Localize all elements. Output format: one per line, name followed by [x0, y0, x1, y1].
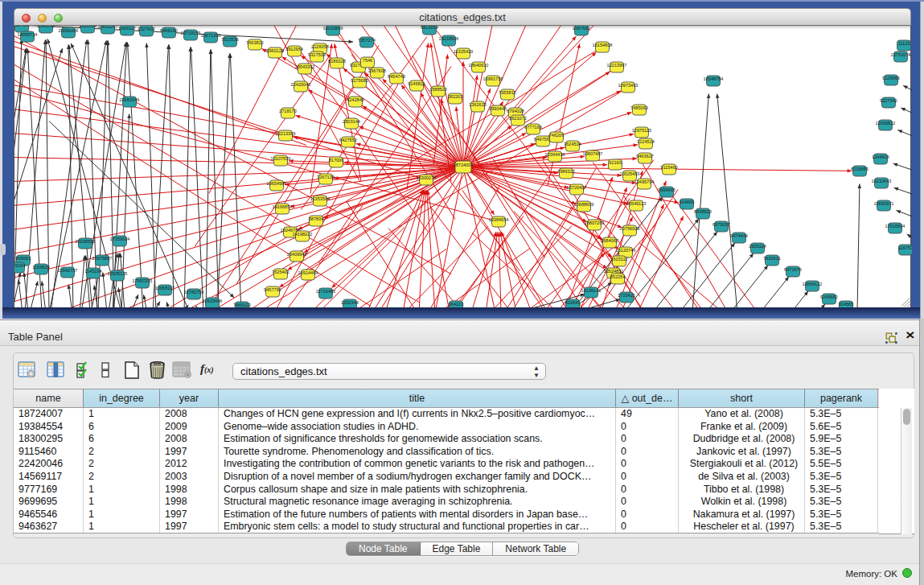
svg-text:9115460: 9115460 — [660, 165, 677, 170]
svg-text:8938923: 8938923 — [694, 209, 712, 214]
svg-text:8215955: 8215955 — [851, 167, 869, 171]
svg-text:17359924: 17359924 — [110, 237, 130, 241]
svg-text:9227342: 9227342 — [880, 98, 897, 103]
svg-text:15692971: 15692971 — [874, 201, 894, 206]
svg-text:6466160: 6466160 — [160, 28, 178, 33]
svg-text:10688609: 10688609 — [574, 202, 594, 207]
svg-text:18807269: 18807269 — [585, 220, 605, 225]
svg-text:18724007: 18724007 — [454, 163, 474, 167]
svg-text:11123: 11123 — [898, 41, 910, 46]
svg-text:12093822: 12093822 — [876, 121, 896, 126]
svg-text:1327602: 1327602 — [138, 27, 155, 31]
svg-text:22420046: 22420046 — [291, 82, 311, 87]
svg-text:746206: 746206 — [549, 133, 565, 138]
svg-text:939154: 939154 — [14, 263, 25, 268]
svg-text:15751074: 15751074 — [891, 52, 911, 57]
svg-text:9245652: 9245652 — [820, 295, 838, 299]
svg-text:19384554: 19384554 — [489, 217, 509, 222]
svg-text:12923446: 12923446 — [203, 299, 223, 303]
svg-text:23975887: 23975887 — [92, 256, 113, 261]
svg-text:116753: 116753 — [898, 245, 912, 250]
svg-text:3267130: 3267130 — [317, 175, 335, 179]
svg-text:2054187: 2054187 — [14, 26, 31, 27]
svg-text:62160: 62160 — [609, 160, 622, 165]
svg-text:8960128: 8960128 — [266, 48, 284, 53]
svg-text:16549123: 16549123 — [626, 201, 647, 206]
svg-text:7986322: 7986322 — [557, 169, 575, 174]
svg-text:8471676: 8471676 — [784, 267, 802, 272]
svg-text:3624534: 3624534 — [564, 142, 581, 146]
svg-text:10025483: 10025483 — [620, 171, 640, 176]
svg-text:1733426: 1733426 — [618, 293, 635, 298]
svg-text:924565: 924565 — [839, 302, 854, 307]
svg-text:16154808: 16154808 — [593, 43, 613, 47]
svg-text:2226058: 2226058 — [311, 44, 329, 49]
svg-text:20091406: 20091406 — [59, 28, 79, 33]
svg-text:2718170: 2718170 — [279, 109, 297, 113]
svg-text:8186328: 8186328 — [328, 59, 346, 64]
svg-text:6679197: 6679197 — [713, 222, 730, 227]
svg-text:9175685: 9175685 — [351, 78, 368, 83]
svg-text:20206556: 20206556 — [76, 239, 96, 244]
svg-text:9990448: 9990448 — [489, 106, 507, 111]
svg-text:10671355: 10671355 — [201, 33, 221, 38]
svg-text:20053346: 20053346 — [120, 97, 140, 102]
svg-text:164095: 164095 — [680, 200, 695, 204]
svg-text:15409948: 15409948 — [287, 252, 307, 257]
svg-text:9463627: 9463627 — [636, 154, 654, 159]
svg-text:7955812: 7955812 — [499, 90, 516, 95]
svg-text:7625402: 7625402 — [272, 270, 290, 274]
svg-text:16033809: 16033809 — [323, 26, 343, 31]
svg-text:10807487: 10807487 — [583, 151, 603, 156]
svg-text:20756928: 20756928 — [620, 226, 640, 231]
svg-text:8427552: 8427552 — [339, 138, 357, 142]
svg-text:7357274: 7357274 — [358, 38, 376, 43]
svg-text:10543362: 10543362 — [295, 64, 315, 69]
svg-text:1244415: 1244415 — [872, 154, 889, 159]
svg-text:19654987: 19654987 — [267, 181, 287, 186]
svg-text:10719155: 10719155 — [181, 31, 201, 35]
svg-text:19166857: 19166857 — [273, 204, 293, 209]
svg-text:1588520: 1588520 — [429, 87, 447, 92]
svg-text:7546: 7546 — [363, 58, 372, 63]
svg-text:3912954: 3912954 — [285, 47, 303, 51]
svg-text:6794028: 6794028 — [507, 109, 524, 113]
svg-text:9546299: 9546299 — [37, 26, 55, 28]
svg-text:382203: 382203 — [448, 94, 463, 99]
svg-text:13524851: 13524851 — [604, 269, 624, 274]
svg-text:835061: 835061 — [16, 256, 31, 261]
svg-text:13495794: 13495794 — [634, 179, 655, 184]
svg-text:12213369: 12213369 — [276, 131, 296, 136]
svg-text:2803144: 2803144 — [343, 119, 360, 124]
svg-text:1835564: 1835564 — [79, 26, 97, 28]
svg-text:8454749: 8454749 — [388, 74, 405, 79]
svg-text:1615112: 1615112 — [610, 257, 627, 262]
svg-text:16120746: 16120746 — [616, 248, 636, 253]
svg-text:7845123: 7845123 — [233, 303, 251, 307]
svg-text:3124514: 3124514 — [637, 139, 655, 144]
svg-text:12213967: 12213967 — [607, 63, 627, 68]
svg-text:587834: 587834 — [309, 216, 324, 221]
svg-text:9327503: 9327503 — [308, 52, 326, 57]
svg-text:18640910: 18640910 — [469, 63, 489, 68]
svg-text:19218506: 19218506 — [439, 36, 459, 41]
svg-text:25300275: 25300275 — [417, 175, 437, 180]
svg-text:9699695: 9699695 — [658, 187, 676, 192]
svg-text:12975115: 12975115 — [632, 128, 651, 133]
svg-text:964223: 964223 — [449, 302, 464, 307]
svg-text:7485063: 7485063 — [630, 105, 648, 110]
svg-text:14136141: 14136141 — [581, 288, 602, 293]
svg-text:9777169: 9777169 — [524, 125, 542, 130]
svg-text:1156829: 1156829 — [32, 265, 49, 270]
svg-text:10973493: 10973493 — [618, 83, 639, 88]
svg-text:9146821: 9146821 — [408, 81, 425, 86]
svg-text:12505135: 12505135 — [108, 271, 128, 276]
svg-text:17016504: 17016504 — [885, 224, 906, 229]
svg-text:1621072: 1621072 — [509, 116, 527, 121]
svg-text:16914469: 16914469 — [298, 270, 318, 275]
svg-text:1362615: 1362615 — [469, 102, 487, 107]
svg-text:20364436: 20364436 — [545, 152, 565, 157]
svg-text:14055724: 14055724 — [18, 32, 38, 37]
svg-text:1292344: 1292344 — [341, 300, 359, 305]
svg-text:11716485: 11716485 — [316, 289, 335, 294]
